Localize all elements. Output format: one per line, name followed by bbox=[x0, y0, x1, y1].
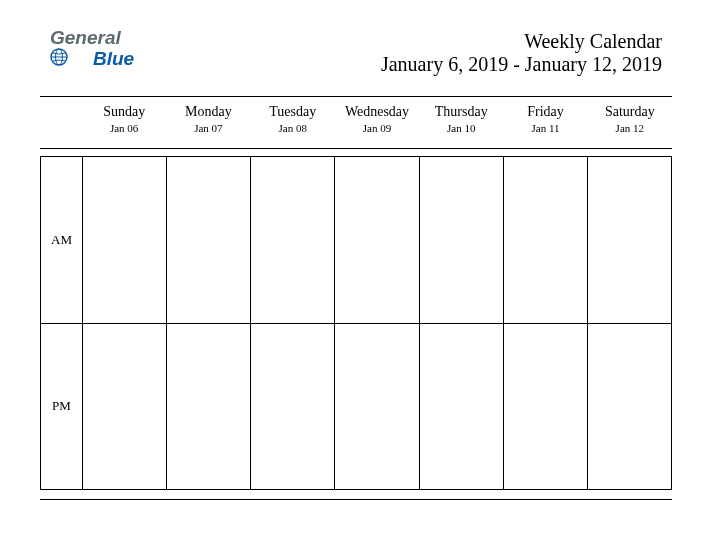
day-date: Jan 06 bbox=[82, 122, 166, 134]
header: General Blue Weekly Calendar January 6, … bbox=[50, 28, 662, 88]
page-title: Weekly Calendar bbox=[381, 30, 662, 53]
day-date: Jan 11 bbox=[503, 122, 587, 134]
logo-text-blue: Blue bbox=[93, 49, 134, 69]
day-header-tuesday: Tuesday Jan 08 bbox=[251, 104, 335, 144]
day-name: Thursday bbox=[419, 104, 503, 120]
calendar-cell bbox=[503, 324, 587, 490]
day-headers: Sunday Jan 06 Monday Jan 07 Tuesday Jan … bbox=[40, 104, 672, 144]
calendar-cell bbox=[166, 157, 250, 323]
calendar-cell bbox=[419, 324, 503, 490]
calendar-row-am: AM bbox=[41, 157, 671, 323]
day-header-wednesday: Wednesday Jan 09 bbox=[335, 104, 419, 144]
calendar-cell bbox=[334, 324, 418, 490]
row-label-pm: PM bbox=[41, 324, 83, 490]
day-name: Wednesday bbox=[335, 104, 419, 120]
row-label-spacer bbox=[40, 104, 82, 144]
divider-top bbox=[40, 96, 672, 97]
page-date-range: January 6, 2019 - January 12, 2019 bbox=[381, 53, 662, 76]
day-name: Monday bbox=[166, 104, 250, 120]
day-header-sunday: Sunday Jan 06 bbox=[82, 104, 166, 144]
day-name: Tuesday bbox=[251, 104, 335, 120]
calendar-cell bbox=[587, 324, 671, 490]
day-name: Sunday bbox=[82, 104, 166, 120]
day-header-thursday: Thursday Jan 10 bbox=[419, 104, 503, 144]
logo-text-general: General bbox=[50, 28, 134, 48]
logo: General Blue bbox=[50, 28, 134, 70]
calendar-cell bbox=[250, 157, 334, 323]
day-name: Friday bbox=[503, 104, 587, 120]
day-header-friday: Friday Jan 11 bbox=[503, 104, 587, 144]
calendar-cell bbox=[503, 157, 587, 323]
day-date: Jan 12 bbox=[588, 122, 672, 134]
calendar-cell bbox=[250, 324, 334, 490]
day-header-monday: Monday Jan 07 bbox=[166, 104, 250, 144]
title-block: Weekly Calendar January 6, 2019 - Januar… bbox=[381, 30, 662, 76]
calendar-cell bbox=[587, 157, 671, 323]
row-label-am: AM bbox=[41, 157, 83, 323]
day-date: Jan 08 bbox=[251, 122, 335, 134]
day-date: Jan 09 bbox=[335, 122, 419, 134]
calendar-cell bbox=[334, 157, 418, 323]
calendar-cell bbox=[419, 157, 503, 323]
day-header-saturday: Saturday Jan 12 bbox=[588, 104, 672, 144]
divider-bottom bbox=[40, 499, 672, 500]
calendar-cell bbox=[166, 324, 250, 490]
calendar-cell bbox=[83, 324, 166, 490]
day-date: Jan 10 bbox=[419, 122, 503, 134]
divider-mid bbox=[40, 148, 672, 149]
calendar-grid: AM PM bbox=[40, 156, 672, 490]
globe-icon bbox=[50, 48, 68, 70]
day-date: Jan 07 bbox=[166, 122, 250, 134]
day-name: Saturday bbox=[588, 104, 672, 120]
calendar-cell bbox=[83, 157, 166, 323]
calendar-row-pm: PM bbox=[41, 323, 671, 490]
